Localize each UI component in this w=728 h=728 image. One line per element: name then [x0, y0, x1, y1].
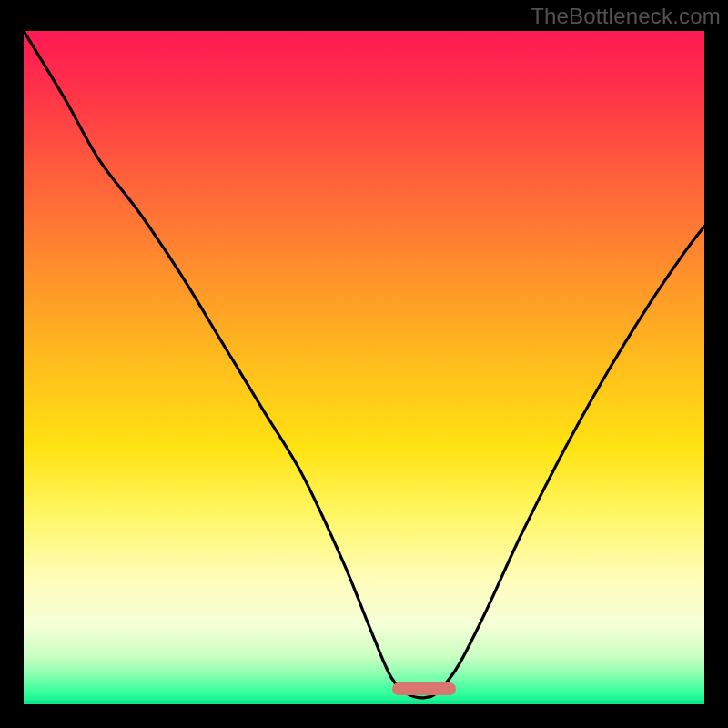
plot-area [24, 31, 704, 704]
bottleneck-curve [24, 31, 704, 704]
chart-frame: TheBottleneck.com [0, 0, 728, 728]
watermark-text: TheBottleneck.com [531, 4, 721, 29]
optimal-range-marker [392, 682, 456, 695]
